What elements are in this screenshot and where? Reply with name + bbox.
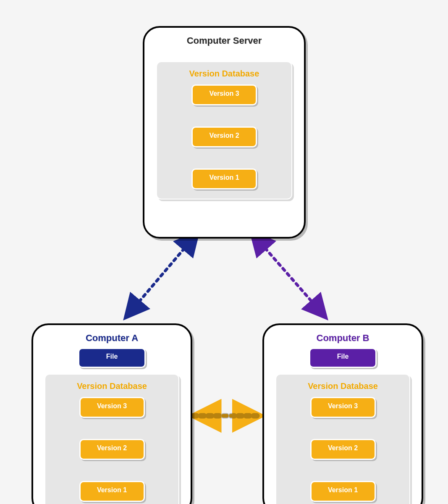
computer-a-title: Computer A: [33, 333, 191, 344]
computer-a-version-1: Version 1: [79, 481, 145, 502]
computer-b-file: File: [309, 348, 377, 368]
server-db-panel: Version Database Version 3 Version 2 Ver…: [156, 61, 292, 200]
computer-a-file: File: [78, 348, 146, 368]
computer-b-version-3: Version 3: [310, 397, 376, 418]
computer-a-db-title: Version Database: [50, 381, 173, 391]
computer-a-box: Computer A File Version Database Version…: [31, 323, 192, 504]
computer-b-db-title: Version Database: [281, 381, 404, 391]
computer-b-db-panel: Version Database Version 3 Version 2 Ver…: [275, 374, 410, 504]
server-version-3: Version 3: [191, 84, 257, 105]
computer-b-version-2: Version 2: [310, 439, 376, 460]
computer-b-title: Computer B: [264, 333, 422, 344]
computer-b-box: Computer B File Version Database Version…: [262, 323, 423, 504]
arrow-server-to-a: [126, 233, 197, 317]
server-box: Computer Server Version Database Version…: [143, 26, 306, 239]
computer-a-db-panel: Version Database Version 3 Version 2 Ver…: [45, 374, 179, 504]
server-db-title: Version Database: [162, 69, 286, 79]
diagram-stage: Computer Server Version Database Version…: [0, 0, 448, 504]
server-version-2: Version 2: [191, 126, 257, 147]
server-title: Computer Server: [144, 35, 304, 46]
arrow-server-to-b: [252, 233, 325, 317]
server-version-1: Version 1: [191, 168, 257, 189]
computer-a-version-2: Version 2: [79, 439, 145, 460]
computer-b-version-1: Version 1: [310, 481, 376, 502]
computer-a-version-3: Version 3: [79, 397, 145, 418]
